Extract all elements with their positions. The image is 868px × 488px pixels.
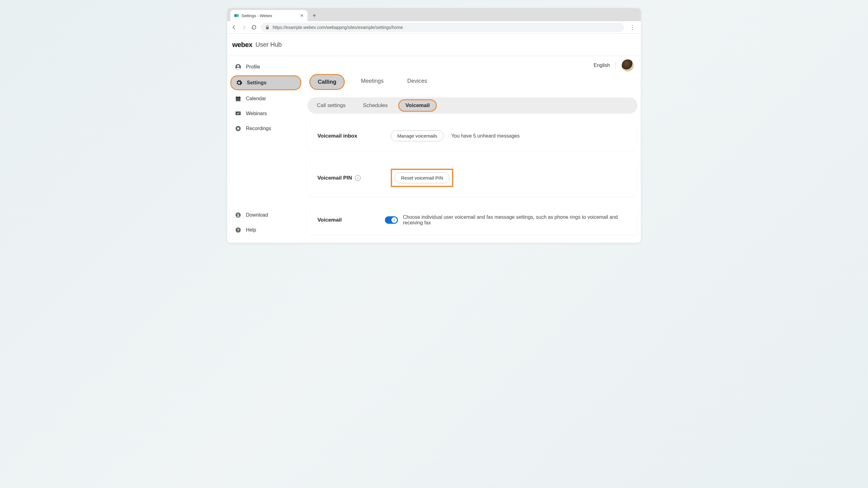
gear-icon [236, 79, 243, 86]
browser-tab[interactable]: Settings - Webex ✕ [230, 10, 307, 21]
user-avatar[interactable] [621, 59, 634, 71]
sidebar-item-webinars[interactable]: Webinars [230, 107, 301, 120]
calendar-icon [235, 95, 242, 102]
browser-toolbar: https://example.webex.com/webappng/sites… [227, 21, 641, 34]
svg-rect-6 [237, 96, 237, 97]
forward-button[interactable] [241, 24, 247, 30]
lock-icon [265, 25, 270, 30]
browser-tab-title: Settings - Webex [242, 13, 298, 18]
reset-pin-highlight: Reset voicemail PIN [391, 169, 453, 187]
content-area: English Calling Meetings Devices Call se… [304, 56, 641, 243]
download-icon [235, 212, 242, 219]
sidebar-item-label: Profile [246, 64, 260, 70]
sidebar-item-label: Calendar [246, 96, 266, 102]
svg-point-3 [237, 65, 239, 67]
app-header: webex User Hub [227, 34, 641, 56]
webex-favicon [234, 13, 239, 18]
toggle-knob [392, 217, 397, 223]
info-icon[interactable]: i [355, 175, 361, 181]
hub-label: User Hub [255, 41, 282, 48]
voicemail-toggle-card: Voicemail Choose individual user voicema… [307, 205, 638, 235]
subtab-call-settings[interactable]: Call settings [310, 99, 352, 112]
voicemail-pin-title: Voicemail PIN i [317, 175, 391, 181]
svg-rect-7 [239, 96, 240, 97]
sidebar-item-label: Recordings [246, 126, 271, 131]
sidebar-item-help[interactable]: ? Help [230, 224, 301, 236]
svg-rect-5 [236, 97, 241, 98]
help-icon: ? [235, 227, 242, 233]
sidebar-item-label: Download [246, 212, 268, 218]
voicemail-toggle-desc: Choose individual user voicemail and fax… [403, 214, 628, 226]
sidebar-item-label: Settings [247, 80, 267, 86]
webinar-icon [235, 110, 242, 117]
voicemail-pin-title-text: Voicemail PIN [317, 175, 352, 181]
sidebar-item-label: Webinars [246, 111, 267, 116]
brand-logo: webex [232, 41, 252, 49]
primary-tabs: Calling Meetings Devices [304, 60, 641, 95]
voicemail-pin-card: Voicemail PIN i Reset voicemail PIN [307, 159, 638, 196]
tab-strip: Settings - Webex ✕ + [227, 8, 641, 21]
reload-button[interactable] [251, 24, 257, 30]
svg-point-10 [237, 127, 239, 130]
record-icon [235, 125, 242, 132]
divider [616, 62, 616, 69]
sidebar-item-calendar[interactable]: Calendar [230, 92, 301, 105]
secondary-tabs: Call settings Schedules Voicemail [307, 97, 638, 114]
tab-devices[interactable]: Devices [400, 74, 435, 90]
manage-voicemails-button[interactable]: Manage voicemails [391, 131, 444, 141]
voicemail-inbox-status: You have 5 unheard messages [451, 133, 520, 139]
svg-text:?: ? [237, 228, 239, 232]
svg-rect-8 [236, 111, 241, 115]
sidebar: Profile Settings Calendar Webinars [227, 56, 304, 243]
svg-point-1 [236, 14, 239, 17]
url-text: https://example.webex.com/webappng/sites… [273, 25, 403, 30]
close-tab-icon[interactable]: ✕ [300, 13, 304, 18]
tab-meetings[interactable]: Meetings [353, 74, 391, 90]
sidebar-item-download[interactable]: Download [230, 208, 301, 222]
reset-voicemail-pin-button[interactable]: Reset voicemail PIN [395, 172, 450, 183]
subtab-voicemail[interactable]: Voicemail [398, 99, 437, 112]
browser-menu-icon[interactable]: ⋮ [628, 24, 637, 31]
voicemail-inbox-title: Voicemail inbox [317, 133, 391, 139]
subtab-schedules[interactable]: Schedules [356, 99, 395, 112]
voicemail-inbox-card: Voicemail inbox Manage voicemails You ha… [307, 121, 638, 151]
back-button[interactable] [231, 24, 237, 30]
address-bar[interactable]: https://example.webex.com/webappng/sites… [261, 23, 624, 32]
sidebar-item-profile[interactable]: Profile [230, 60, 301, 74]
app-body: Profile Settings Calendar Webinars [227, 56, 641, 243]
sidebar-item-settings[interactable]: Settings [230, 75, 301, 90]
sidebar-item-label: Help [246, 227, 256, 233]
tab-calling[interactable]: Calling [309, 74, 345, 90]
header-right: English [594, 59, 634, 71]
voicemail-toggle[interactable] [385, 216, 398, 224]
new-tab-button[interactable]: + [310, 11, 319, 20]
language-selector[interactable]: English [594, 62, 610, 68]
voicemail-toggle-title: Voicemail [317, 217, 385, 223]
sidebar-item-recordings[interactable]: Recordings [230, 122, 301, 135]
person-icon [235, 63, 242, 70]
browser-window: Settings - Webex ✕ + https://example.web… [227, 8, 641, 243]
